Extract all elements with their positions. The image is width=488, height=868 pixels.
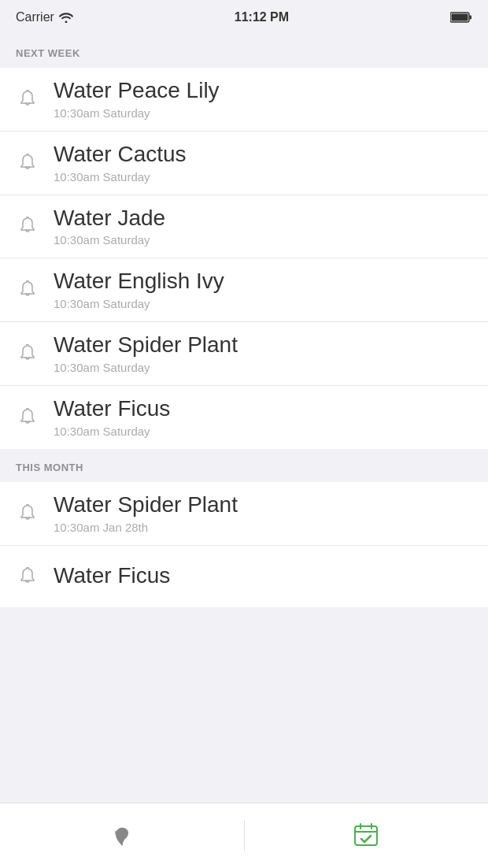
- item-content: Water Jade 10:30am Saturday: [54, 206, 165, 247]
- svg-rect-3: [355, 826, 377, 845]
- item-title: Water Jade: [54, 206, 165, 231]
- item-title: Water Ficus: [54, 397, 170, 421]
- bell-icon: [16, 154, 41, 172]
- leaf-icon: [109, 823, 135, 848]
- calendar-check-icon: [352, 822, 380, 850]
- item-content: Water Ficus 10:30am Saturday: [54, 397, 170, 438]
- bell-icon: [16, 504, 41, 523]
- bell-icon: [16, 217, 41, 236]
- item-content: Water Ficus: [54, 564, 170, 588]
- item-content: Water English Ivy 10:30am Saturday: [54, 269, 224, 310]
- list-item[interactable]: Water Jade 10:30am Saturday: [0, 195, 488, 259]
- svg-rect-1: [469, 16, 471, 20]
- section-label-this-month: THIS MONTH: [16, 462, 83, 473]
- carrier-info: Carrier: [16, 10, 73, 24]
- list-item[interactable]: Water Ficus: [0, 546, 488, 607]
- item-title: Water Cactus: [54, 143, 187, 167]
- status-right: [450, 12, 472, 23]
- list-item[interactable]: Water Peace Lily 10:30am Saturday: [0, 68, 488, 132]
- carrier-label: Carrier: [16, 10, 54, 24]
- next-week-list: Water Peace Lily 10:30am Saturday Water …: [0, 68, 488, 449]
- bell-icon: [16, 280, 41, 299]
- item-subtitle: 10:30am Saturday: [54, 233, 165, 247]
- item-subtitle: 10:30am Jan 28th: [54, 521, 238, 534]
- list-item[interactable]: Water Spider Plant 10:30am Saturday: [0, 322, 488, 386]
- item-content: Water Peace Lily 10:30am Saturday: [54, 79, 220, 120]
- section-header-this-month: THIS MONTH: [0, 449, 488, 482]
- section-header-next-week: NEXT WEEK: [0, 35, 488, 68]
- item-content: Water Cactus 10:30am Saturday: [54, 143, 187, 184]
- item-subtitle: 10:30am Saturday: [54, 106, 220, 120]
- list-item[interactable]: Water Spider Plant 10:30am Jan 28th: [0, 482, 488, 546]
- tab-calendar[interactable]: [245, 803, 489, 868]
- bell-icon: [16, 408, 41, 427]
- list-item[interactable]: Water Ficus 10:30am Saturday: [0, 386, 488, 449]
- list-item[interactable]: Water Cactus 10:30am Saturday: [0, 132, 488, 195]
- item-title: Water Spider Plant: [54, 333, 238, 358]
- item-subtitle: 10:30am Saturday: [54, 361, 238, 374]
- item-content: Water Spider Plant 10:30am Jan 28th: [54, 493, 238, 534]
- item-content: Water Spider Plant 10:30am Saturday: [54, 333, 238, 374]
- item-title: Water Ficus: [54, 564, 170, 588]
- item-title: Water Peace Lily: [54, 79, 220, 103]
- svg-rect-2: [451, 14, 468, 21]
- item-title: Water Spider Plant: [54, 493, 238, 517]
- bell-icon: [16, 567, 41, 586]
- item-subtitle: 10:30am Saturday: [54, 297, 224, 310]
- battery-icon: [450, 12, 472, 23]
- wifi-icon: [59, 12, 73, 23]
- item-subtitle: 10:30am Saturday: [54, 425, 170, 438]
- bell-icon: [16, 90, 41, 109]
- tab-plants[interactable]: [0, 803, 244, 868]
- bell-icon: [16, 344, 41, 363]
- this-month-list: Water Spider Plant 10:30am Jan 28th Wate…: [0, 482, 488, 607]
- item-subtitle: 10:30am Saturday: [54, 170, 187, 184]
- tab-bar: [0, 803, 488, 868]
- section-label-next-week: NEXT WEEK: [16, 47, 80, 59]
- status-bar: Carrier 11:12 PM: [0, 0, 488, 35]
- status-time: 11:12 PM: [235, 10, 289, 24]
- list-item[interactable]: Water English Ivy 10:30am Saturday: [0, 258, 488, 322]
- item-title: Water English Ivy: [54, 269, 224, 294]
